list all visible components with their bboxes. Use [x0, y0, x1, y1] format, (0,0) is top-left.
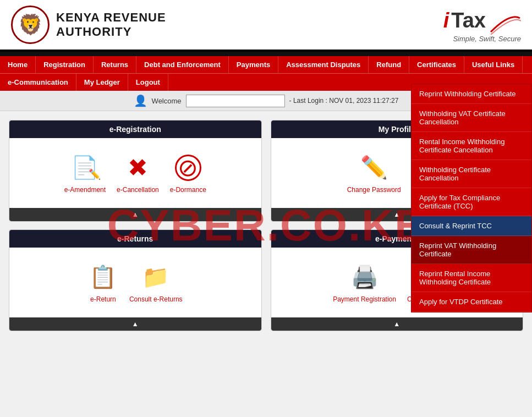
nav-e-comm[interactable]: e-Communication — [0, 74, 76, 91]
nav-useful-links[interactable]: Useful Links — [464, 56, 523, 73]
itax-tax: Tax — [451, 9, 486, 32]
e-registration-footer: ▲ — [9, 208, 261, 221]
e-amendment-icon: 📄✏️ — [70, 152, 100, 183]
returns-footer-arrow-icon: ▲ — [132, 320, 139, 328]
dropdown-apply-tcc[interactable]: Apply for Tax Compliance Certificate (TC… — [412, 188, 531, 216]
nav-my-ledger[interactable]: My Ledger — [76, 74, 128, 91]
e-dormance-label: e-Dormance — [170, 186, 206, 194]
welcome-label: Welcome — [152, 97, 182, 105]
profile-footer-arrow-icon: ▲ — [393, 211, 400, 218]
e-return-label: e-Return — [90, 295, 116, 303]
change-password-icon: ✏️ — [359, 152, 389, 183]
org-name-line2: Authority — [56, 25, 166, 39]
consult-returns-icon: 📁 — [141, 262, 171, 292]
payment-registration-item[interactable]: 🖨️ Payment Registration — [333, 262, 396, 303]
payment-registration-icon: 🖨️ — [349, 262, 380, 292]
nav-home[interactable]: Home — [0, 56, 36, 73]
nav-refund[interactable]: Refund — [369, 56, 409, 73]
main-content: CYBER.CO.KE e-Registration 📄✏️ e-Amendme… — [0, 111, 532, 340]
payments-footer-arrow-icon: ▲ — [393, 320, 400, 328]
e-cancellation-icon: ✖ — [123, 152, 153, 183]
itax-swoosh — [488, 7, 521, 35]
logo-circle: 🦁 — [11, 6, 50, 44]
nav-registration[interactable]: Registration — [36, 56, 94, 73]
dropdown-reprint-vat-withholding[interactable]: Reprint VAT Withholding Certificate — [412, 236, 531, 264]
change-password-item[interactable]: ✏️ Change Password — [347, 152, 401, 194]
certificates-dropdown: Reprint Withholding Certificate Withhold… — [411, 84, 532, 312]
itax-logo: i Tax Simple, Swift, Secure — [443, 7, 521, 43]
nav-returns[interactable]: Returns — [94, 56, 136, 73]
e-cancellation-item[interactable]: ✖ e-Cancellation — [117, 152, 159, 194]
nav-row1: Home Registration Returns Debt and Enfor… — [0, 56, 532, 73]
e-registration-card: e-Registration 📄✏️ e-Amendment ✖ e-Cance… — [9, 120, 262, 222]
org-logo: 🦁 Kenya Revenue Authority — [11, 6, 166, 44]
dropdown-reprint-withholding[interactable]: Reprint Withholding Certificate — [412, 84, 531, 104]
e-registration-body: 📄✏️ e-Amendment ✖ e-Cancellation ⊘ — [9, 138, 261, 208]
logo-lion-icon: 🦁 — [18, 13, 43, 36]
dropdown-reprint-rental-income[interactable]: Reprint Rental Income Withholding Certif… — [412, 264, 531, 292]
payment-registration-label: Payment Registration — [333, 295, 396, 303]
dropdown-rental-income-cancel[interactable]: Rental Income Withholding Certificate Ca… — [412, 132, 531, 160]
e-return-icon: 📋 — [88, 262, 118, 292]
nav-payments[interactable]: Payments — [229, 56, 278, 73]
e-returns-card: e-Returns 📋 e-Return 📁 Consult e-Returns — [9, 229, 262, 331]
page-header: 🦁 Kenya Revenue Authority i Tax Simple, … — [0, 0, 532, 52]
e-returns-body: 📋 e-Return 📁 Consult e-Returns — [9, 248, 261, 317]
last-login-text: - Last Login : NOV 01, 2023 11:27:27 — [289, 97, 399, 105]
e-cancellation-label: e-Cancellation — [117, 186, 159, 194]
dropdown-apply-vtdp[interactable]: Apply for VTDP Certificate — [412, 292, 531, 312]
nav-disputes[interactable]: Assessment Disputes — [278, 56, 369, 73]
e-registration-icons: 📄✏️ e-Amendment ✖ e-Cancellation ⊘ — [18, 147, 253, 199]
e-returns-icons: 📋 e-Return 📁 Consult e-Returns — [18, 256, 253, 309]
org-name: Kenya Revenue Authority — [56, 10, 166, 39]
itax-tagline: Simple, Swift, Secure — [453, 35, 521, 43]
nav-logout[interactable]: Logout — [128, 74, 168, 91]
e-amendment-label: e-Amendment — [64, 186, 106, 194]
dropdown-consult-reprint-tcc[interactable]: Consult & Reprint TCC — [412, 216, 531, 236]
e-registration-header: e-Registration — [9, 120, 261, 138]
e-returns-header: e-Returns — [9, 230, 261, 248]
change-password-label: Change Password — [347, 186, 401, 194]
e-dormance-item[interactable]: ⊘ e-Dormance — [170, 152, 206, 194]
e-payments-footer: ▲ — [271, 317, 523, 331]
consult-returns-item[interactable]: 📁 Consult e-Returns — [129, 262, 183, 303]
e-return-item[interactable]: 📋 e-Return — [88, 262, 118, 303]
dropdown-withholding-cancel[interactable]: Withholding Certificate Cancellation — [412, 160, 531, 188]
footer-arrow-icon: ▲ — [132, 211, 139, 218]
nav-certificates[interactable]: Certificates — [409, 56, 464, 73]
itax-i: i — [443, 9, 449, 32]
black-divider — [0, 52, 532, 56]
consult-returns-label: Consult e-Returns — [129, 295, 183, 303]
e-returns-footer: ▲ — [9, 317, 261, 331]
nav-debt[interactable]: Debt and Enforcement — [136, 56, 229, 73]
user-avatar-icon: 👤 — [134, 94, 147, 107]
org-name-line1: Kenya Revenue — [56, 10, 166, 25]
username-input[interactable] — [186, 95, 285, 107]
e-amendment-item[interactable]: 📄✏️ e-Amendment — [64, 152, 106, 194]
e-dormance-icon: ⊘ — [173, 152, 203, 183]
dropdown-vat-cert-cancel[interactable]: Withholding VAT Certificate Cancellation — [412, 104, 531, 132]
